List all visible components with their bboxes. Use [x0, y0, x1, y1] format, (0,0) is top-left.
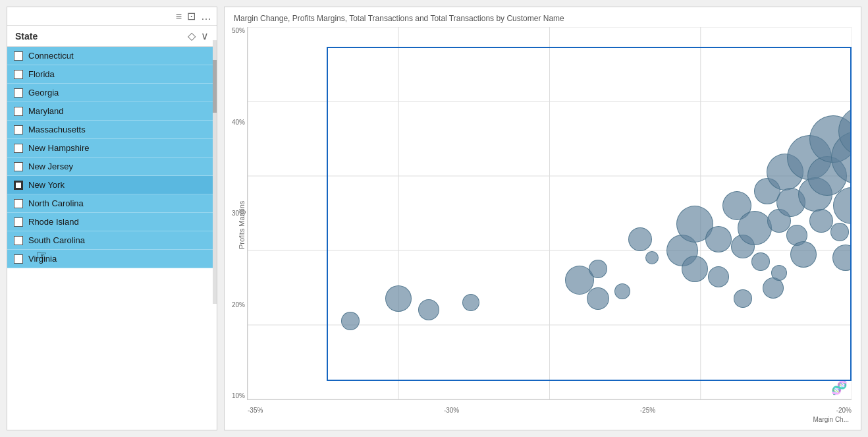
y-tick: 30%	[220, 210, 245, 217]
state-checkbox[interactable]	[14, 199, 23, 208]
state-checkbox[interactable]	[14, 254, 23, 264]
state-item[interactable]: Florida	[7, 65, 217, 84]
state-checkbox[interactable]	[14, 144, 23, 153]
state-label: Georgia	[28, 88, 59, 98]
menu-icon[interactable]: ≡	[176, 11, 182, 22]
x-axis-labels: -35% -30% -25% -20%	[248, 407, 852, 414]
data-bubble	[738, 211, 772, 245]
x-label-2: -30%	[444, 407, 459, 414]
state-checkbox[interactable]	[14, 236, 23, 245]
data-bubble	[614, 283, 630, 299]
state-item[interactable]: New York	[7, 176, 217, 194]
state-checkbox[interactable]	[14, 162, 23, 171]
state-list: ConnecticutFloridaGeorgiaMarylandMassach…	[7, 47, 217, 430]
data-bubble	[790, 241, 817, 268]
dna-icon: 🧬	[831, 380, 848, 395]
state-filter-title: State	[15, 31, 38, 42]
expand-icon[interactable]: ⊡	[187, 10, 196, 22]
data-bubble	[628, 227, 652, 251]
state-item[interactable]: Rhode Island	[7, 213, 217, 231]
y-tick: 10%	[220, 392, 245, 399]
state-label: Connecticut	[28, 51, 74, 61]
data-bubble	[751, 252, 770, 271]
state-checkbox[interactable]	[14, 88, 23, 98]
state-item[interactable]: Virginia	[7, 250, 217, 268]
chart-title: Margin Change, Profits Margins, Total Tr…	[234, 14, 852, 23]
state-item[interactable]: North Carolina	[7, 194, 217, 213]
state-item[interactable]: New Jersey	[7, 158, 217, 176]
left-panel: ≡ ⊡ … State ◇ ∨ ConnecticutFloridaGeorgi…	[7, 7, 217, 430]
clear-filter-icon[interactable]: ◇	[188, 30, 196, 42]
y-tick: 50%	[220, 27, 245, 34]
x-axis-title: Margin Ch...	[247, 416, 852, 423]
x-label-1: -35%	[248, 407, 263, 414]
state-item[interactable]: Massachusetts	[7, 121, 217, 139]
panel-toolbar: ≡ ⊡ …	[7, 7, 217, 26]
more-icon[interactable]: …	[201, 11, 211, 22]
right-panel: Margin Change, Profits Margins, Total Tr…	[224, 7, 861, 430]
state-label: South Carolina	[28, 235, 85, 245]
main-container: ≡ ⊡ … State ◇ ∨ ConnecticutFloridaGeorgi…	[0, 0, 868, 437]
panel-header-icons: ◇ ∨	[188, 30, 209, 42]
state-item[interactable]: South Carolina	[7, 231, 217, 250]
data-bubble	[705, 226, 732, 252]
data-bubble	[418, 299, 439, 320]
state-label: New Jersey	[28, 161, 73, 171]
state-label: Massachusetts	[28, 125, 86, 134]
data-bubble	[809, 209, 833, 233]
data-bubble	[682, 256, 708, 282]
x-label-4: -20%	[836, 407, 852, 414]
y-tick: 20%	[220, 301, 245, 308]
chart-area: Profits Margins 50%40%30%20%10%	[234, 27, 852, 423]
chart-plot: 50%40%30%20%10%	[247, 27, 852, 400]
data-bubble	[832, 245, 852, 271]
state-item[interactable]: Connecticut	[7, 47, 217, 65]
state-label: Rhode Island	[28, 217, 79, 227]
state-checkbox[interactable]	[14, 70, 23, 79]
data-bubble	[589, 260, 607, 278]
data-bubble	[708, 266, 729, 287]
data-bubble	[385, 285, 412, 312]
scrollbar[interactable]	[213, 40, 217, 304]
state-checkbox[interactable]	[14, 218, 23, 227]
y-axis-ticks: 50%40%30%20%10%	[220, 27, 245, 399]
state-label: New Hampshire	[28, 143, 89, 153]
collapse-icon[interactable]: ∨	[201, 30, 209, 42]
data-bubble	[645, 251, 659, 264]
state-item[interactable]: New Hampshire	[7, 139, 217, 158]
data-bubble	[734, 289, 752, 308]
y-tick: 40%	[220, 119, 245, 126]
state-checkbox[interactable]	[14, 125, 23, 134]
panel-header: State ◇ ∨	[7, 26, 217, 47]
data-bubble	[771, 265, 787, 281]
bubbles-layer	[248, 27, 852, 399]
data-bubble	[341, 312, 360, 330]
state-label: Florida	[28, 69, 55, 79]
state-label: Maryland	[28, 106, 63, 116]
state-item[interactable]: Georgia	[7, 84, 217, 102]
state-checkbox[interactable]	[14, 51, 23, 61]
state-checkbox[interactable]	[14, 107, 23, 116]
chart-inner: 50%40%30%20%10%	[247, 27, 852, 423]
data-bubble	[462, 294, 479, 311]
x-label-3: -25%	[640, 407, 655, 414]
state-checkbox[interactable]	[14, 181, 23, 190]
state-label: New York	[28, 180, 65, 190]
state-label: North Carolina	[28, 198, 84, 208]
data-bubble	[830, 223, 849, 241]
state-label: Virginia	[28, 254, 57, 264]
state-item[interactable]: Maryland	[7, 102, 217, 121]
scroll-thumb[interactable]	[213, 60, 217, 113]
data-bubble	[587, 287, 609, 310]
